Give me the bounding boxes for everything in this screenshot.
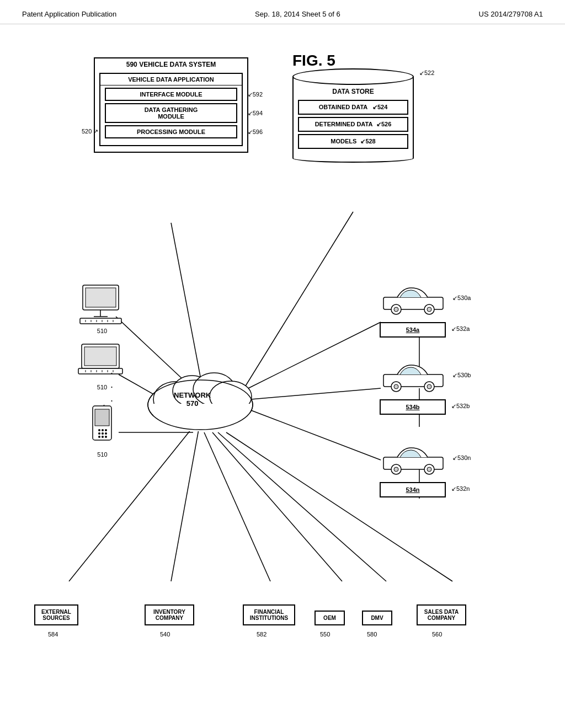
box-532b: 534b	[380, 399, 446, 415]
computer-desktop-1: 510	[77, 282, 127, 334]
network-text: NETWORK	[174, 391, 211, 399]
datastore-box: DATA STORE OBTAINED DATA ↙524 DETERMINED…	[292, 68, 414, 163]
ref-580: 580	[367, 631, 377, 638]
datastore-models: MODELS ↙528	[298, 134, 408, 149]
svg-rect-29	[80, 318, 121, 324]
datastore-cylinder-body: DATA STORE OBTAINED DATA ↙524 DETERMINED…	[292, 77, 414, 154]
svg-point-51	[98, 432, 100, 435]
datastore-cylinder-top	[292, 68, 414, 85]
datastore-determined: DETERMINED DATA ↙526	[298, 117, 408, 132]
box-inventory-company: INVENTORYCOMPANY	[145, 604, 194, 625]
svg-rect-23	[153, 404, 250, 431]
svg-point-71	[427, 467, 431, 472]
svg-rect-47	[95, 409, 109, 426]
datastore-cylinder-bottom	[292, 154, 414, 163]
data-gathering-ref: ↙594	[248, 110, 263, 117]
vds-box: 590 VEHICLE DATA SYSTEM VEHICLE DATA APP…	[94, 57, 248, 153]
ref-534a: 534a	[406, 326, 419, 333]
processing-module-ref: ↙596	[248, 129, 263, 136]
ref-526: ↙526	[376, 121, 391, 127]
header-right: US 2014/279708 A1	[479, 10, 543, 18]
interface-module-row: INTERFACE MODULE ↙592	[105, 88, 237, 101]
svg-line-8	[204, 432, 270, 581]
svg-point-59	[394, 307, 398, 312]
svg-rect-26	[86, 288, 116, 307]
ref-510-1: 510	[77, 328, 127, 334]
svg-line-9	[212, 432, 342, 581]
box-dmv: DMV	[362, 611, 392, 625]
svg-rect-37	[84, 347, 116, 366]
ref-510-3: 510	[87, 451, 118, 458]
ref-540: 540	[160, 631, 170, 638]
interface-module: INTERFACE MODULE	[105, 88, 237, 101]
ref-534b: 534b	[406, 404, 419, 410]
svg-line-10	[218, 432, 386, 581]
box-sales-data: SALES DATACOMPANY	[417, 604, 466, 625]
svg-point-69	[394, 467, 398, 472]
computer-laptop: 510	[77, 343, 127, 390]
svg-point-55	[102, 436, 104, 438]
box-532n: 534n	[380, 482, 446, 497]
network-ref: 570	[174, 399, 211, 408]
svg-point-66	[427, 384, 431, 389]
ref-582: 582	[257, 631, 266, 638]
network-label: NETWORK 570	[174, 391, 211, 408]
page-header: Patent Application Publication Sep. 18, …	[0, 0, 565, 24]
ref-532b: ↙532b	[451, 403, 470, 410]
svg-line-13	[251, 388, 381, 399]
vehicle-car-530n	[381, 443, 447, 479]
svg-point-56	[105, 436, 107, 438]
svg-point-52	[102, 432, 104, 435]
svg-point-49	[102, 429, 104, 431]
ref-584: 584	[48, 631, 58, 638]
svg-point-54	[98, 436, 100, 438]
ref-528: ↙528	[360, 138, 375, 144]
car-svg-530b	[381, 361, 447, 394]
ref-550: 550	[320, 631, 330, 638]
ref-534n: 534n	[406, 486, 419, 493]
svg-line-7	[171, 430, 199, 581]
vehicle-car-530b	[381, 361, 447, 396]
data-gathering-row: DATA GATHERINGMODULE ↙594	[105, 103, 237, 123]
vds-title: VEHICLE DATA SYSTEM	[139, 61, 216, 68]
ref-530b: ↙530b	[452, 372, 471, 379]
svg-point-48	[98, 429, 100, 431]
car-svg-530n	[381, 443, 447, 477]
box-oem: OEM	[315, 611, 345, 625]
phone: 510	[87, 405, 118, 458]
ref-532n: ↙532n	[451, 485, 470, 493]
vda-box: VEHICLE DATA APPLICATION INTERFACE MODUL…	[99, 73, 243, 146]
svg-line-12	[248, 322, 381, 388]
svg-point-64	[394, 384, 398, 389]
box-532a: 534a	[380, 322, 446, 338]
ellipsis-dots: ···	[110, 366, 113, 408]
svg-rect-38	[78, 368, 122, 374]
header-left: Patent Application Publication	[22, 10, 116, 18]
vda-title: VEHICLE DATA APPLICATION	[100, 74, 242, 85]
ref-532a: ↙532a	[451, 325, 470, 333]
laptop-svg	[77, 343, 127, 382]
svg-point-53	[105, 432, 107, 435]
processing-module-row: PROCESSING MODULE ↙596	[105, 125, 237, 138]
interface-module-ref: ↙592	[248, 91, 263, 98]
svg-line-14	[251, 410, 381, 460]
vds-label-area: 590 VEHICLE DATA SYSTEM	[95, 58, 247, 71]
desktop-svg-1	[77, 282, 127, 326]
ref-524: ↙524	[372, 104, 387, 110]
vds-ref: 590	[126, 61, 137, 68]
car-svg-530a	[381, 283, 447, 317]
ref-522: ↙522	[419, 69, 434, 77]
ref-510-2: 510	[77, 384, 127, 390]
svg-point-50	[105, 429, 107, 431]
box-external-sources: EXTERNALSOURCES	[34, 604, 78, 625]
phone-svg	[87, 405, 118, 449]
fig-title: FIG. 5	[292, 52, 335, 69]
svg-point-61	[427, 307, 431, 312]
ref-530a: ↙530a	[452, 295, 471, 302]
vehicle-car-530a	[381, 283, 447, 319]
ref-520: 520 ↗	[82, 128, 98, 135]
datastore-obtained: OBTAINED DATA ↙524	[298, 100, 408, 115]
ref-560: 560	[432, 631, 442, 638]
processing-module: PROCESSING MODULE	[105, 125, 237, 138]
header-center: Sep. 18, 2014 Sheet 5 of 6	[255, 10, 340, 18]
